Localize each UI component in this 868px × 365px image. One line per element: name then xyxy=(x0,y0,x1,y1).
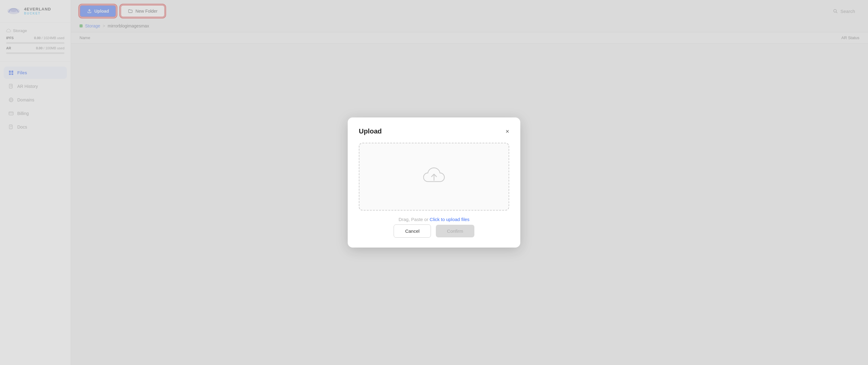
upload-modal: Upload × Drag, Paste or Click to upload … xyxy=(348,117,520,248)
confirm-button[interactable]: Confirm xyxy=(436,225,474,237)
modal-actions: Cancel Confirm xyxy=(359,224,509,238)
upload-cloud-icon xyxy=(423,168,445,186)
upload-drop-zone[interactable] xyxy=(359,143,509,211)
upload-instruction: Drag, Paste or Click to upload files xyxy=(359,217,509,222)
modal-header: Upload × xyxy=(359,127,509,135)
modal-title: Upload xyxy=(359,127,382,135)
modal-overlay: Upload × Drag, Paste or Click to upload … xyxy=(0,0,868,365)
modal-close-button[interactable]: × xyxy=(505,128,509,134)
click-to-upload-link[interactable]: Click to upload files xyxy=(430,217,469,222)
main-content: Upload New Folder Search Storage > mirro… xyxy=(71,0,868,365)
cancel-button[interactable]: Cancel xyxy=(394,224,431,238)
